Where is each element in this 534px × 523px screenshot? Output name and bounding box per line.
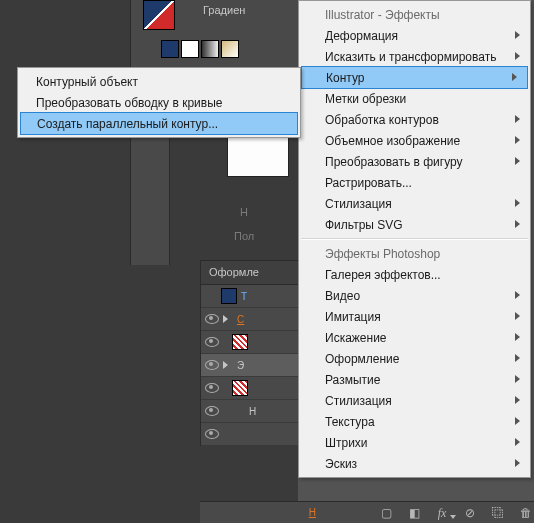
row-label: Т [241, 291, 247, 302]
chevron-right-icon [515, 354, 520, 362]
menu-item-brush-strokes[interactable]: Оформление [299, 348, 530, 369]
chevron-right-icon [515, 115, 520, 123]
menu-item-strokes[interactable]: Штрихи [299, 432, 530, 453]
color-swatch[interactable] [161, 40, 179, 58]
row-label: Э [237, 360, 244, 371]
menu-item-blur[interactable]: Размытие [299, 369, 530, 390]
menu-section-illustrator: Illustrator - Эффекты [299, 4, 530, 25]
menu-section-photoshop: Эффекты Photoshop [299, 243, 530, 264]
duplicate-icon[interactable]: ⿻ [490, 506, 506, 520]
menu-item-sketch[interactable]: Эскиз [299, 453, 530, 474]
menu-item-distort-transform[interactable]: Исказить и трансформировать [299, 46, 530, 67]
fx-icon[interactable]: fx [434, 506, 450, 520]
menu-item-convert-to-shape[interactable]: Преобразовать в фигуру [299, 151, 530, 172]
panel-footer: Н ▢ ◧ fx ⊘ ⿻ 🗑 [200, 501, 534, 523]
trash-icon[interactable]: 🗑 [518, 506, 534, 520]
eye-icon[interactable] [205, 360, 219, 370]
chevron-right-icon [515, 312, 520, 320]
menu-item-svg-filters[interactable]: Фильтры SVG [299, 214, 530, 235]
chevron-right-icon [515, 220, 520, 228]
chevron-right-icon [515, 136, 520, 144]
menu-item-artistic[interactable]: Имитация [299, 306, 530, 327]
menu-item-pathfinder[interactable]: Обработка контуров [299, 109, 530, 130]
eye-icon[interactable] [205, 429, 219, 439]
chevron-right-icon [223, 361, 233, 369]
chevron-right-icon [515, 417, 520, 425]
chevron-right-icon [515, 52, 520, 60]
menu-item-effect-gallery[interactable]: Галерея эффектов... [299, 264, 530, 285]
menu-item-video[interactable]: Видео [299, 285, 530, 306]
appearance-row[interactable]: С [201, 308, 299, 331]
submenu-outline-object[interactable]: Контурный объект [18, 71, 300, 92]
fill-stroke-swatch[interactable] [143, 0, 175, 30]
menu-item-path[interactable]: Контур [301, 66, 528, 89]
menu-separator [301, 238, 528, 240]
menu-item-texture[interactable]: Текстура [299, 411, 530, 432]
preview-dim-label: Н [240, 206, 248, 218]
menu-item-distort2[interactable]: Искажение [299, 327, 530, 348]
appearance-row[interactable] [201, 331, 299, 354]
eye-icon[interactable] [205, 406, 219, 416]
menu-item-stylize[interactable]: Стилизация [299, 193, 530, 214]
swatch-panel: Градиен [130, 0, 299, 71]
menu-item-warp[interactable]: Деформация [299, 25, 530, 46]
box-icon[interactable]: ▢ [378, 506, 394, 520]
chevron-right-icon [515, 291, 520, 299]
appearance-panel-title[interactable]: Оформле [200, 260, 298, 284]
gradient-label: Градиен [203, 4, 245, 16]
stroke-icon[interactable]: ◧ [406, 506, 422, 520]
chevron-right-icon [515, 375, 520, 383]
eye-icon[interactable] [205, 383, 219, 393]
row-label: С [237, 314, 244, 325]
white-swatch[interactable] [181, 40, 199, 58]
effects-menu: Illustrator - Эффекты Деформация Исказит… [298, 0, 531, 478]
chevron-right-icon [515, 157, 520, 165]
clear-icon[interactable]: ⊘ [462, 506, 478, 520]
chevron-right-icon [512, 73, 517, 81]
path-submenu: Контурный объект Преобразовать обводку в… [17, 67, 301, 138]
appearance-row[interactable]: Э [201, 354, 299, 377]
appearance-row[interactable]: Т [201, 285, 299, 308]
gradient-swatch[interactable] [201, 40, 219, 58]
menu-item-rasterize[interactable]: Растрировать... [299, 172, 530, 193]
submenu-outline-stroke[interactable]: Преобразовать обводку в кривые [18, 92, 300, 113]
chevron-right-icon [515, 199, 520, 207]
appearance-row[interactable] [201, 423, 299, 446]
chevron-right-icon [223, 315, 233, 323]
row-label: Н [249, 406, 256, 417]
preview-pts-label: Пол [234, 230, 254, 242]
chevron-right-icon [515, 31, 520, 39]
appearance-row[interactable]: Н [201, 400, 299, 423]
menu-item-3d[interactable]: Объемное изображение [299, 130, 530, 151]
footer-link[interactable]: Н [309, 507, 316, 518]
eye-icon[interactable] [205, 314, 219, 324]
chevron-right-icon [515, 333, 520, 341]
chevron-right-icon [515, 438, 520, 446]
gradient-swatch-2[interactable] [221, 40, 239, 58]
menu-item-stylize2[interactable]: Стилизация [299, 390, 530, 411]
chevron-right-icon [515, 396, 520, 404]
menu-item-crop-marks[interactable]: Метки обрезки [299, 88, 530, 109]
appearance-row[interactable] [201, 377, 299, 400]
submenu-offset-path[interactable]: Создать параллельный контур... [20, 112, 298, 135]
appearance-list: Т С Э Н [200, 284, 299, 446]
eye-icon[interactable] [205, 337, 219, 347]
chevron-right-icon [515, 459, 520, 467]
